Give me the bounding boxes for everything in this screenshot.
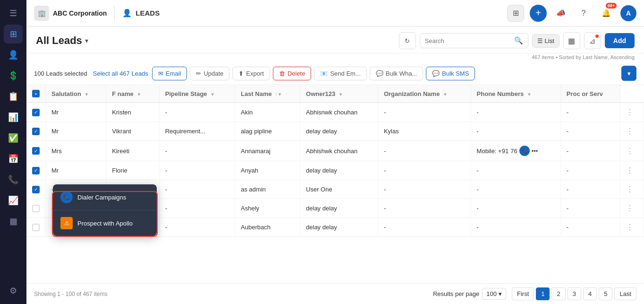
page-1-button[interactable]: 1 bbox=[536, 287, 550, 300]
bulk-sms-button[interactable]: 💬 Bulk SMS bbox=[426, 67, 475, 80]
add-button[interactable]: Add bbox=[605, 33, 635, 48]
row-checkbox[interactable]: ✓ bbox=[32, 128, 40, 135]
select-all-checkbox-header[interactable]: ▪ bbox=[26, 85, 46, 103]
row-checkbox-cell[interactable]: ✓ bbox=[26, 161, 46, 180]
add-topnav-button[interactable]: + bbox=[530, 5, 547, 22]
list-view-button[interactable]: ☰ List bbox=[533, 35, 559, 47]
sidebar-item-dollar[interactable]: 💲 bbox=[4, 66, 23, 85]
send-email-button[interactable]: 📧 Send Em... bbox=[314, 67, 366, 80]
sms-icon: 💬 bbox=[432, 70, 440, 77]
export-button[interactable]: ⬆ Export bbox=[232, 67, 270, 80]
refresh-button[interactable]: ↻ bbox=[399, 32, 416, 49]
first-page-button[interactable]: First bbox=[512, 287, 534, 300]
phone-more-icon[interactable]: ••• bbox=[532, 148, 538, 155]
topnav-section: 👤 LEADS bbox=[122, 9, 160, 17]
cell-actions[interactable]: ⋮ bbox=[620, 161, 644, 180]
cell-actions[interactable]: ⋮ bbox=[620, 180, 644, 199]
barcode-button[interactable]: ▦ bbox=[563, 32, 580, 49]
cell-owner: delay delay bbox=[300, 122, 378, 141]
row-checkbox-cell[interactable]: ✓ bbox=[26, 141, 46, 161]
row-checkbox[interactable]: ✓ bbox=[32, 109, 40, 116]
sort-arrow-owner[interactable]: ▼ bbox=[339, 92, 343, 97]
sidebar-item-grid[interactable]: ▦ bbox=[4, 212, 23, 231]
cell-actions[interactable]: ⋮ bbox=[620, 199, 644, 218]
col-pipeline: Pipeline Stage ▼ bbox=[159, 85, 235, 103]
sort-arrow-pipeline[interactable]: ▼ bbox=[210, 92, 215, 97]
company-logo-icon: 🏢 bbox=[34, 6, 49, 21]
email-button[interactable]: ✉ Email bbox=[152, 67, 187, 80]
col-proc: Proc or Serv bbox=[560, 85, 620, 103]
row-checkbox-cell[interactable] bbox=[26, 199, 46, 218]
sidebar-item-settings[interactable]: ⚙ bbox=[4, 281, 23, 300]
sort-arrow-org[interactable]: ▼ bbox=[443, 92, 448, 97]
cell-lastname: Anyah bbox=[235, 161, 300, 180]
sidebar-item-calendar[interactable]: 📅 bbox=[4, 149, 23, 168]
row-checkbox[interactable]: ✓ bbox=[32, 167, 40, 174]
col-salutation: Salutation ▼ bbox=[46, 85, 106, 103]
row-checkbox[interactable] bbox=[32, 205, 40, 212]
table-row: ✓ Mrs Kireeti - Annamaraj Abhishwk chouh… bbox=[26, 141, 644, 161]
cell-actions[interactable]: ⋮ bbox=[620, 141, 644, 161]
more-actions-button[interactable]: ▾ bbox=[621, 66, 636, 81]
row-actions-button[interactable]: ⋮ bbox=[626, 108, 634, 116]
row-checkbox-cell[interactable]: ✓ bbox=[26, 122, 46, 141]
sidebar-item-analytics[interactable]: 📈 bbox=[4, 191, 23, 210]
sort-arrow-salutation[interactable]: ▼ bbox=[84, 92, 89, 97]
row-actions-button[interactable]: ⋮ bbox=[626, 185, 634, 193]
cell-phone: - bbox=[471, 103, 560, 122]
dropdown-arrow-icon[interactable]: ▾ bbox=[85, 37, 88, 44]
row-actions-button[interactable]: ⋮ bbox=[626, 127, 634, 135]
sort-arrow-phone[interactable]: ▼ bbox=[527, 92, 532, 97]
row-actions-button[interactable]: ⋮ bbox=[626, 147, 634, 155]
row-checkbox[interactable] bbox=[32, 224, 40, 231]
row-checkbox-cell[interactable]: ✓ bbox=[26, 103, 46, 122]
cell-phone: - bbox=[471, 199, 560, 218]
cell-phone: - bbox=[471, 122, 560, 141]
delete-button[interactable]: 🗑 Delete bbox=[273, 67, 312, 80]
sidebar-item-menu[interactable]: ☰ bbox=[4, 4, 23, 23]
row-checkbox[interactable]: ✓ bbox=[32, 147, 40, 155]
select-all-link[interactable]: Select all 467 Leads bbox=[93, 70, 148, 77]
last-page-button[interactable]: Last bbox=[614, 287, 636, 300]
cell-actions[interactable]: ⋮ bbox=[620, 218, 644, 237]
grid-view-button[interactable]: ⊞ bbox=[507, 5, 524, 22]
cell-actions[interactable]: ⋮ bbox=[620, 103, 644, 122]
dialer-campaigns-label: Dialer Campaigns bbox=[77, 194, 126, 201]
col-phone: Phone Numbers ▼ bbox=[471, 85, 560, 103]
per-page-select[interactable]: 100 ▾ bbox=[482, 288, 506, 300]
dialer-campaigns-item[interactable]: 📞 Dialer Campaigns bbox=[53, 184, 157, 210]
row-actions-button[interactable]: ⋮ bbox=[626, 166, 634, 174]
call-icon[interactable]: 📞 bbox=[519, 146, 530, 156]
sidebar-item-user[interactable]: 👤 bbox=[4, 45, 23, 64]
page-2-button[interactable]: 2 bbox=[551, 287, 565, 300]
sidebar-item-phone[interactable]: 📞 bbox=[4, 170, 23, 189]
page-4-button[interactable]: 4 bbox=[583, 287, 597, 300]
row-checkbox[interactable]: ✓ bbox=[32, 186, 40, 193]
row-checkbox-cell[interactable]: ✓ bbox=[26, 180, 46, 199]
user-avatar[interactable]: A bbox=[620, 5, 636, 21]
row-checkbox-cell[interactable] bbox=[26, 218, 46, 237]
help-button[interactable]: ? bbox=[575, 5, 592, 22]
search-input[interactable] bbox=[425, 37, 511, 44]
header-checkbox[interactable]: ▪ bbox=[32, 90, 40, 97]
sidebar-item-tasks[interactable]: ✅ bbox=[4, 129, 23, 148]
megaphone-icon[interactable]: 📣 bbox=[552, 5, 569, 22]
sidebar-item-clipboard[interactable]: 📋 bbox=[4, 87, 23, 106]
sort-arrow-lastname[interactable]: ↑▼ bbox=[275, 92, 282, 97]
filter-button[interactable]: ⊿ bbox=[584, 32, 601, 49]
row-actions-button[interactable]: ⋮ bbox=[626, 223, 634, 231]
sidebar-item-dashboard[interactable]: ⊞ bbox=[4, 25, 23, 43]
update-button[interactable]: ✏ Update bbox=[190, 67, 229, 80]
cell-actions[interactable]: ⋮ bbox=[620, 122, 644, 141]
list-label: List bbox=[545, 37, 554, 44]
notifications-button[interactable]: 🔔 99+ bbox=[598, 5, 615, 22]
page-5-button[interactable]: 5 bbox=[599, 287, 612, 300]
row-actions-button[interactable]: ⋮ bbox=[626, 204, 634, 212]
bulk-whatsapp-button[interactable]: 💬 Bulk Wha... bbox=[370, 67, 423, 80]
cell-phone: Mobile: +91 76 📞 ••• bbox=[471, 141, 560, 161]
page-3-button[interactable]: 3 bbox=[568, 287, 581, 300]
sidebar-item-chart[interactable]: 📊 bbox=[4, 108, 23, 127]
prospect-apollo-item[interactable]: ⚠ Prospect with Apollo bbox=[53, 210, 157, 236]
sort-arrow-fname[interactable]: ▼ bbox=[136, 92, 141, 97]
cell-owner: delay delay bbox=[300, 161, 378, 180]
